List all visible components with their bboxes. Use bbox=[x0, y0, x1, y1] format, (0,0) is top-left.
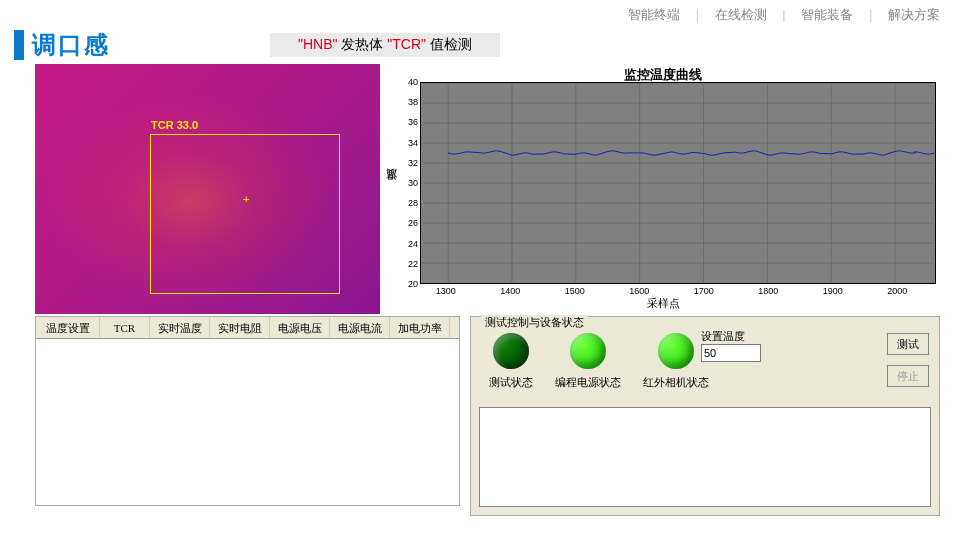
thermal-image[interactable]: TCR 33.0 + bbox=[35, 64, 380, 314]
ytick: 34 bbox=[404, 138, 418, 148]
col-header[interactable]: 电源电压 bbox=[270, 317, 330, 338]
led-indicator: 红外相机状态 bbox=[643, 333, 709, 390]
col-header[interactable]: 加电功率 bbox=[390, 317, 450, 338]
accent-bar bbox=[14, 30, 24, 60]
col-header[interactable]: 电源电流 bbox=[330, 317, 390, 338]
ytick: 38 bbox=[404, 97, 418, 107]
nav-sep3: | bbox=[869, 7, 872, 22]
led-label: 测试状态 bbox=[489, 375, 533, 390]
ytick: 26 bbox=[404, 218, 418, 228]
col-header[interactable]: 温度设置 bbox=[36, 317, 100, 338]
temperature-chart[interactable]: 监控温度曲线 温度 采样点 20222426283032343638401300… bbox=[386, 64, 940, 314]
group-label: 测试控制与设备状态 bbox=[481, 315, 588, 330]
xtick: 1400 bbox=[500, 286, 520, 296]
page-title: 调口感 bbox=[32, 29, 110, 61]
set-temperature-area: 设置温度 bbox=[701, 329, 761, 362]
ytick: 28 bbox=[404, 198, 418, 208]
ytick: 40 bbox=[404, 77, 418, 87]
subtitle: "HNB" 发热体 "TCR" 值检测 bbox=[270, 33, 500, 57]
xtick: 1600 bbox=[629, 286, 649, 296]
control-panel: 测试控制与设备状态 测试状态编程电源状态红外相机状态 设置温度 测试 停止 bbox=[470, 316, 940, 516]
col-header[interactable]: 实时电阻 bbox=[210, 317, 270, 338]
stop-button[interactable]: 停止 bbox=[887, 365, 929, 387]
set-temp-label: 设置温度 bbox=[701, 329, 761, 344]
col-header[interactable]: TCR bbox=[100, 317, 150, 338]
xtick: 1700 bbox=[694, 286, 714, 296]
chart-xlabel: 采样点 bbox=[386, 296, 940, 311]
ytick: 30 bbox=[404, 178, 418, 188]
led-icon bbox=[658, 333, 694, 369]
led-icon bbox=[570, 333, 606, 369]
xtick: 1900 bbox=[823, 286, 843, 296]
nav-item-online[interactable]: 在线检测 bbox=[715, 7, 767, 22]
subtitle-mid: 发热体 bbox=[338, 36, 388, 52]
subtitle-hnb: "HNB" bbox=[298, 36, 338, 52]
plot-area[interactable] bbox=[420, 82, 936, 284]
subtitle-suffix: 值检测 bbox=[426, 36, 472, 52]
led-label: 编程电源状态 bbox=[555, 375, 621, 390]
xtick: 1500 bbox=[565, 286, 585, 296]
nav-item-terminal[interactable]: 智能终端 bbox=[628, 7, 680, 22]
nav-sep2: | bbox=[782, 7, 785, 22]
page-header: 调口感 "HNB" 发热体 "TCR" 值检测 bbox=[0, 30, 960, 60]
nav-item-solution[interactable]: 解决方案 bbox=[888, 7, 940, 22]
ytick: 24 bbox=[404, 239, 418, 249]
log-output[interactable] bbox=[479, 407, 931, 507]
led-icon bbox=[493, 333, 529, 369]
led-indicator: 编程电源状态 bbox=[555, 333, 621, 390]
led-label: 红外相机状态 bbox=[643, 375, 709, 390]
led-indicator: 测试状态 bbox=[489, 333, 533, 390]
nav-item-equip[interactable]: 智能装备 bbox=[801, 7, 853, 22]
test-button[interactable]: 测试 bbox=[887, 333, 929, 355]
table-header-row: 温度设置TCR实时温度实时电阻电源电压电源电流加电功率 bbox=[36, 317, 459, 339]
top-nav: 智能终端 | 在线检测 | 智能装备 | 解决方案 bbox=[0, 0, 960, 30]
crosshair-icon: + bbox=[243, 194, 253, 204]
nav-sep: | bbox=[696, 7, 699, 22]
subtitle-tcr: "TCR" bbox=[387, 36, 426, 52]
set-temp-input[interactable] bbox=[701, 344, 761, 362]
col-header[interactable]: 实时温度 bbox=[150, 317, 210, 338]
ytick: 36 bbox=[404, 117, 418, 127]
data-table[interactable]: 温度设置TCR实时温度实时电阻电源电压电源电流加电功率 bbox=[35, 316, 460, 506]
xtick: 2000 bbox=[887, 286, 907, 296]
ytick: 32 bbox=[404, 158, 418, 168]
roi-box[interactable]: TCR 33.0 bbox=[150, 134, 340, 294]
chart-line bbox=[421, 83, 935, 283]
ytick: 20 bbox=[404, 279, 418, 289]
ytick: 22 bbox=[404, 259, 418, 269]
xtick: 1800 bbox=[758, 286, 778, 296]
roi-label: TCR 33.0 bbox=[151, 119, 198, 131]
xtick: 1300 bbox=[436, 286, 456, 296]
